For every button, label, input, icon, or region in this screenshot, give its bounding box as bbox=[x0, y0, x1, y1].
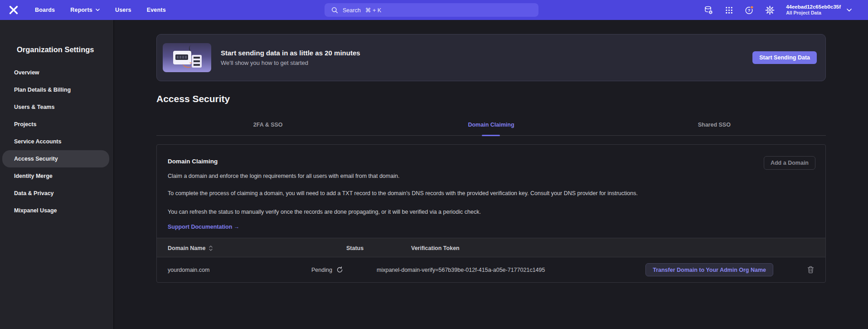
sidebar-title: Organization Settings bbox=[17, 45, 113, 54]
project-name: All Project Data bbox=[786, 10, 841, 16]
nav-item-label: Boards bbox=[35, 7, 55, 13]
sort-icon bbox=[209, 246, 213, 251]
tab-domain-claiming[interactable]: Domain Claiming bbox=[379, 122, 602, 135]
transfer-domain-button[interactable]: Transfer Domain to Your Admin Org Name bbox=[645, 263, 773, 276]
navbar-left: Boards Reports Users Events bbox=[8, 0, 166, 20]
account-info: 44eebad12c65eb0c35f All Project Data bbox=[786, 4, 841, 16]
nav-item-label: Users bbox=[115, 7, 131, 13]
column-header-status: Status bbox=[346, 238, 364, 258]
access-security-tabs: 2FA & SSO Domain Claiming Shared SSO bbox=[156, 122, 826, 136]
nav-item-reports[interactable]: Reports bbox=[70, 7, 100, 13]
svg-text:?: ? bbox=[748, 8, 751, 13]
sidebar-item-projects[interactable]: Projects bbox=[2, 116, 109, 133]
support-documentation-link[interactable]: Support Documentation → bbox=[168, 224, 239, 230]
sidebar-item-service-accounts[interactable]: Service Accounts bbox=[2, 133, 109, 150]
navbar-right: ? 44eebad12c65eb0c3 bbox=[703, 0, 852, 20]
tab-2fa-sso[interactable]: 2FA & SSO bbox=[156, 122, 379, 135]
refresh-icon[interactable] bbox=[336, 266, 343, 273]
status-cell: Pending bbox=[311, 257, 343, 282]
settings-gear-icon[interactable] bbox=[765, 5, 775, 15]
page-title: Access Security bbox=[156, 93, 826, 104]
data-management-icon[interactable] bbox=[703, 5, 713, 15]
mixpanel-logo[interactable] bbox=[8, 4, 19, 16]
banner-text: Start sending data in as little as 20 mi… bbox=[221, 49, 360, 66]
top-navbar: Boards Reports Users Events Search ⌘ + K bbox=[0, 0, 868, 20]
app-window: Boards Reports Users Events Search ⌘ + K bbox=[0, 0, 868, 329]
sidebar-item-mixpanel-usage[interactable]: Mixpanel Usage bbox=[2, 202, 109, 219]
mixpanel-logo-icon bbox=[8, 5, 19, 15]
apps-grid-icon[interactable] bbox=[724, 5, 734, 15]
table-header-row: Domain Name Status Verification Token bbox=[157, 238, 825, 257]
table-row: yourdomain.com Pending mixpanel-domain-v… bbox=[157, 257, 825, 282]
search-placeholder: Search ⌘ + K bbox=[343, 7, 381, 14]
panel-paragraph: To complete the process of claiming a do… bbox=[168, 189, 659, 198]
panel-body: Domain Claiming Claim a domain and enfor… bbox=[157, 145, 825, 231]
banner-subtitle: We'll show you how to get started bbox=[221, 59, 360, 66]
panel-paragraph: You can refresh the status to manually v… bbox=[168, 207, 659, 217]
nav-item-boards[interactable]: Boards bbox=[35, 7, 55, 13]
delete-domain-icon[interactable] bbox=[807, 266, 814, 274]
sidebar-item-plan-details-billing[interactable]: Plan Details & Billing bbox=[2, 81, 109, 98]
search-input[interactable]: Search ⌘ + K bbox=[325, 3, 538, 17]
column-header-domain-name[interactable]: Domain Name bbox=[168, 238, 213, 258]
verification-token-cell: mixpanel-domain-verify=567b39be-012f-415… bbox=[377, 257, 545, 282]
sidebar-item-data-privacy[interactable]: Data & Privacy bbox=[2, 185, 109, 202]
chevron-down-icon bbox=[96, 9, 100, 11]
sidebar-item-identity-merge[interactable]: Identity Merge bbox=[2, 167, 109, 185]
help-icon[interactable]: ? bbox=[744, 5, 754, 15]
column-header-verification-token: Verification Token bbox=[411, 238, 460, 258]
account-switcher[interactable]: 44eebad12c65eb0c35f All Project Data bbox=[786, 4, 852, 16]
start-sending-data-button[interactable]: Start Sending Data bbox=[752, 51, 817, 64]
sidebar-item-access-security[interactable]: Access Security bbox=[2, 150, 109, 167]
sidebar-item-overview[interactable]: Overview bbox=[2, 64, 109, 81]
panel-title: Domain Claiming bbox=[168, 158, 815, 165]
notification-badge bbox=[751, 5, 754, 9]
nav-item-events[interactable]: Events bbox=[147, 7, 166, 13]
column-header-label: Domain Name bbox=[168, 245, 205, 251]
sidebar-item-users-teams[interactable]: Users & Teams bbox=[2, 98, 109, 116]
nav-item-label: Events bbox=[147, 7, 166, 13]
sidebar-nav: Overview Plan Details & Billing Users & … bbox=[0, 64, 113, 219]
banner-title: Start sending data in as little as 20 mi… bbox=[221, 49, 360, 57]
add-domain-button[interactable]: Add a Domain bbox=[764, 156, 815, 170]
domains-table: Domain Name Status Verification Token yo… bbox=[157, 238, 825, 282]
onboarding-banner: Start sending data in as little as 20 mi… bbox=[156, 34, 826, 81]
domain-claiming-panel: Add a Domain Domain Claiming Claim a dom… bbox=[156, 144, 826, 283]
nav-links: Boards Reports Users Events bbox=[35, 7, 166, 13]
nav-item-label: Reports bbox=[70, 7, 92, 13]
tab-shared-sso[interactable]: Shared SSO bbox=[603, 122, 826, 135]
domain-name-cell: yourdomain.com bbox=[168, 257, 209, 282]
banner-illustration bbox=[163, 43, 211, 72]
main-content: Start sending data in as little as 20 mi… bbox=[115, 20, 868, 329]
panel-paragraph: Claim a domain and enforce the login req… bbox=[168, 172, 659, 181]
status-label: Pending bbox=[311, 267, 332, 273]
search-icon bbox=[331, 7, 338, 14]
settings-sidebar: Organization Settings Overview Plan Deta… bbox=[0, 20, 114, 329]
account-chevron-icon bbox=[847, 9, 852, 12]
nav-item-users[interactable]: Users bbox=[115, 7, 131, 13]
org-id: 44eebad12c65eb0c35f bbox=[786, 4, 841, 10]
